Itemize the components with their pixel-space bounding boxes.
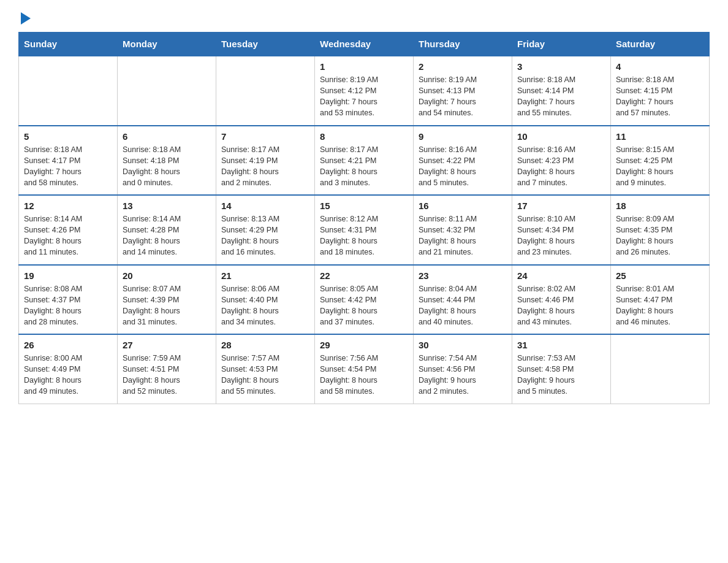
- calendar-cell: 27Sunrise: 7:59 AM Sunset: 4:51 PM Dayli…: [118, 334, 216, 404]
- calendar-cell: 16Sunrise: 8:11 AM Sunset: 4:32 PM Dayli…: [414, 195, 512, 265]
- calendar-cell: [118, 56, 216, 126]
- day-number: 11: [616, 131, 704, 142]
- logo-triangle-icon: [21, 12, 31, 25]
- day-info: Sunrise: 8:18 AM Sunset: 4:17 PM Dayligh…: [24, 144, 112, 189]
- day-number: 30: [419, 340, 507, 350]
- day-number: 19: [24, 270, 112, 281]
- day-number: 15: [320, 201, 408, 211]
- calendar-cell: 26Sunrise: 8:00 AM Sunset: 4:49 PM Dayli…: [19, 334, 118, 404]
- calendar-header-saturday: Saturday: [611, 33, 710, 56]
- calendar-cell: 11Sunrise: 8:15 AM Sunset: 4:25 PM Dayli…: [611, 126, 710, 196]
- calendar-week-row: 5Sunrise: 8:18 AM Sunset: 4:17 PM Daylig…: [19, 126, 710, 196]
- day-info: Sunrise: 8:17 AM Sunset: 4:21 PM Dayligh…: [320, 144, 408, 189]
- day-info: Sunrise: 8:13 AM Sunset: 4:29 PM Dayligh…: [221, 213, 309, 258]
- page-header: [18, 12, 710, 26]
- calendar-cell: 31Sunrise: 7:53 AM Sunset: 4:58 PM Dayli…: [512, 334, 611, 404]
- calendar-cell: 21Sunrise: 8:06 AM Sunset: 4:40 PM Dayli…: [216, 265, 315, 335]
- day-number: 8: [320, 131, 408, 142]
- calendar-cell: 19Sunrise: 8:08 AM Sunset: 4:37 PM Dayli…: [19, 265, 118, 335]
- calendar-cell: [216, 56, 315, 126]
- day-info: Sunrise: 8:08 AM Sunset: 4:37 PM Dayligh…: [24, 283, 112, 328]
- day-number: 24: [517, 270, 605, 281]
- day-number: 20: [123, 270, 211, 281]
- day-number: 26: [24, 340, 112, 350]
- day-info: Sunrise: 8:00 AM Sunset: 4:49 PM Dayligh…: [24, 353, 112, 397]
- calendar-header-sunday: Sunday: [19, 33, 118, 56]
- calendar-cell: 14Sunrise: 8:13 AM Sunset: 4:29 PM Dayli…: [216, 195, 315, 265]
- calendar-header-tuesday: Tuesday: [216, 33, 315, 56]
- day-info: Sunrise: 8:04 AM Sunset: 4:44 PM Dayligh…: [419, 283, 507, 328]
- calendar-header-row: SundayMondayTuesdayWednesdayThursdayFrid…: [19, 33, 710, 56]
- day-number: 17: [517, 201, 605, 211]
- day-info: Sunrise: 8:18 AM Sunset: 4:18 PM Dayligh…: [123, 144, 211, 189]
- day-number: 25: [616, 270, 704, 281]
- day-number: 7: [221, 131, 309, 142]
- day-number: 10: [517, 131, 605, 142]
- day-info: Sunrise: 8:14 AM Sunset: 4:28 PM Dayligh…: [123, 213, 211, 258]
- calendar-cell: 20Sunrise: 8:07 AM Sunset: 4:39 PM Dayli…: [118, 265, 216, 335]
- day-info: Sunrise: 8:10 AM Sunset: 4:34 PM Dayligh…: [517, 213, 605, 258]
- day-number: 4: [616, 61, 704, 72]
- calendar-cell: [611, 334, 710, 404]
- calendar-cell: 15Sunrise: 8:12 AM Sunset: 4:31 PM Dayli…: [315, 195, 414, 265]
- calendar-week-row: 12Sunrise: 8:14 AM Sunset: 4:26 PM Dayli…: [19, 195, 710, 265]
- day-info: Sunrise: 8:19 AM Sunset: 4:13 PM Dayligh…: [419, 74, 507, 119]
- calendar-cell: 23Sunrise: 8:04 AM Sunset: 4:44 PM Dayli…: [414, 265, 512, 335]
- day-number: 29: [320, 340, 408, 350]
- calendar-cell: 8Sunrise: 8:17 AM Sunset: 4:21 PM Daylig…: [315, 126, 414, 196]
- day-number: 6: [123, 131, 211, 142]
- day-number: 27: [123, 340, 211, 350]
- day-number: 3: [517, 61, 605, 72]
- calendar-cell: 3Sunrise: 8:18 AM Sunset: 4:14 PM Daylig…: [512, 56, 611, 126]
- calendar-cell: 7Sunrise: 8:17 AM Sunset: 4:19 PM Daylig…: [216, 126, 315, 196]
- day-info: Sunrise: 8:11 AM Sunset: 4:32 PM Dayligh…: [419, 213, 507, 258]
- day-info: Sunrise: 7:53 AM Sunset: 4:58 PM Dayligh…: [517, 353, 605, 397]
- day-number: 12: [24, 201, 112, 211]
- calendar-cell: 6Sunrise: 8:18 AM Sunset: 4:18 PM Daylig…: [118, 126, 216, 196]
- calendar-cell: 13Sunrise: 8:14 AM Sunset: 4:28 PM Dayli…: [118, 195, 216, 265]
- calendar-cell: [19, 56, 118, 126]
- day-info: Sunrise: 8:06 AM Sunset: 4:40 PM Dayligh…: [221, 283, 309, 328]
- day-info: Sunrise: 7:56 AM Sunset: 4:54 PM Dayligh…: [320, 353, 408, 397]
- day-info: Sunrise: 8:17 AM Sunset: 4:19 PM Dayligh…: [221, 144, 309, 189]
- calendar-cell: 4Sunrise: 8:18 AM Sunset: 4:15 PM Daylig…: [611, 56, 710, 126]
- day-info: Sunrise: 7:59 AM Sunset: 4:51 PM Dayligh…: [123, 353, 211, 397]
- day-info: Sunrise: 8:19 AM Sunset: 4:12 PM Dayligh…: [320, 74, 408, 119]
- day-info: Sunrise: 8:18 AM Sunset: 4:15 PM Dayligh…: [616, 74, 704, 119]
- calendar-cell: 28Sunrise: 7:57 AM Sunset: 4:53 PM Dayli…: [216, 334, 315, 404]
- calendar-week-row: 26Sunrise: 8:00 AM Sunset: 4:49 PM Dayli…: [19, 334, 710, 404]
- calendar-cell: 22Sunrise: 8:05 AM Sunset: 4:42 PM Dayli…: [315, 265, 414, 335]
- calendar-cell: 30Sunrise: 7:54 AM Sunset: 4:56 PM Dayli…: [414, 334, 512, 404]
- day-number: 13: [123, 201, 211, 211]
- day-info: Sunrise: 8:16 AM Sunset: 4:23 PM Dayligh…: [517, 144, 605, 189]
- calendar-header-monday: Monday: [118, 33, 216, 56]
- day-number: 9: [419, 131, 507, 142]
- day-info: Sunrise: 8:16 AM Sunset: 4:22 PM Dayligh…: [419, 144, 507, 189]
- calendar-header-wednesday: Wednesday: [315, 33, 414, 56]
- day-info: Sunrise: 8:14 AM Sunset: 4:26 PM Dayligh…: [24, 213, 112, 258]
- calendar-cell: 2Sunrise: 8:19 AM Sunset: 4:13 PM Daylig…: [414, 56, 512, 126]
- day-info: Sunrise: 8:09 AM Sunset: 4:35 PM Dayligh…: [616, 213, 704, 258]
- calendar-cell: 9Sunrise: 8:16 AM Sunset: 4:22 PM Daylig…: [414, 126, 512, 196]
- day-number: 31: [517, 340, 605, 350]
- calendar-header-thursday: Thursday: [414, 33, 512, 56]
- day-number: 23: [419, 270, 507, 281]
- day-info: Sunrise: 8:02 AM Sunset: 4:46 PM Dayligh…: [517, 283, 605, 328]
- day-number: 21: [221, 270, 309, 281]
- day-info: Sunrise: 8:18 AM Sunset: 4:14 PM Dayligh…: [517, 74, 605, 119]
- day-number: 28: [221, 340, 309, 350]
- calendar-header-friday: Friday: [512, 33, 611, 56]
- calendar-cell: 12Sunrise: 8:14 AM Sunset: 4:26 PM Dayli…: [19, 195, 118, 265]
- calendar-table: SundayMondayTuesdayWednesdayThursdayFrid…: [18, 32, 710, 404]
- day-number: 22: [320, 270, 408, 281]
- day-number: 2: [419, 61, 507, 72]
- day-info: Sunrise: 8:07 AM Sunset: 4:39 PM Dayligh…: [123, 283, 211, 328]
- day-info: Sunrise: 7:54 AM Sunset: 4:56 PM Dayligh…: [419, 353, 507, 397]
- day-number: 5: [24, 131, 112, 142]
- calendar-cell: 29Sunrise: 7:56 AM Sunset: 4:54 PM Dayli…: [315, 334, 414, 404]
- day-number: 18: [616, 201, 704, 211]
- calendar-cell: 24Sunrise: 8:02 AM Sunset: 4:46 PM Dayli…: [512, 265, 611, 335]
- calendar-cell: 17Sunrise: 8:10 AM Sunset: 4:34 PM Dayli…: [512, 195, 611, 265]
- day-info: Sunrise: 8:15 AM Sunset: 4:25 PM Dayligh…: [616, 144, 704, 189]
- calendar-week-row: 19Sunrise: 8:08 AM Sunset: 4:37 PM Dayli…: [19, 265, 710, 335]
